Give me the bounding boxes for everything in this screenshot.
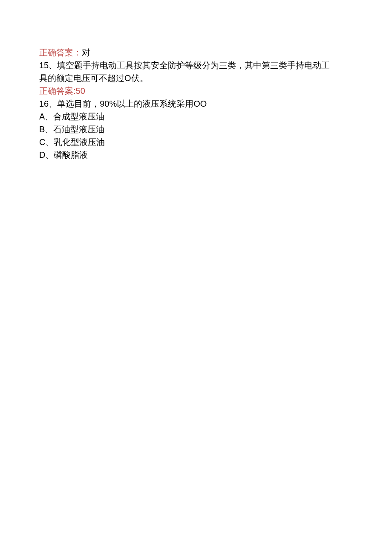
option-c: C、乳化型液压油 bbox=[39, 136, 353, 148]
option-b: B、石油型液压油 bbox=[39, 123, 353, 136]
question-15-number: 15、 bbox=[39, 61, 57, 70]
option-a: A、合成型液压油 bbox=[39, 110, 353, 123]
question-16-type: 单选 bbox=[57, 99, 74, 108]
answer-15-line: 正确答案:50 bbox=[39, 84, 353, 97]
document-page: 正确答案：对 15、填空题手持电动工具按其安全防护等级分为三类，其中第三类手持电… bbox=[0, 0, 392, 161]
question-15-line2: 具的额定电压可不超过O伏。 bbox=[39, 72, 353, 84]
answer-15-label: 正确答案: bbox=[39, 86, 76, 96]
question-16-number: 16、 bbox=[39, 99, 57, 108]
answer-14-value: 对 bbox=[82, 48, 90, 57]
answer-14-label: 正确答案： bbox=[39, 48, 82, 57]
answer-15-value: 50 bbox=[76, 86, 85, 96]
question-15-line1: 15、填空题手持电动工具按其安全防护等级分为三类，其中第三类手持电动工 bbox=[39, 59, 353, 72]
option-d: D、磷酸脂液 bbox=[39, 148, 353, 161]
question-16-text: 目前，90%以上的液压系统采用OO bbox=[74, 99, 207, 108]
question-15-text-2: 具的额定电压可不超过O伏。 bbox=[39, 73, 148, 83]
answer-14-line: 正确答案：对 bbox=[39, 46, 353, 59]
question-15-text-1: 手持电动工具按其安全防护等级分为三类，其中第三类手持电动工 bbox=[83, 61, 330, 70]
question-16-line: 16、单选目前，90%以上的液压系统采用OO bbox=[39, 97, 353, 110]
question-15-type: 填空题 bbox=[57, 61, 83, 70]
